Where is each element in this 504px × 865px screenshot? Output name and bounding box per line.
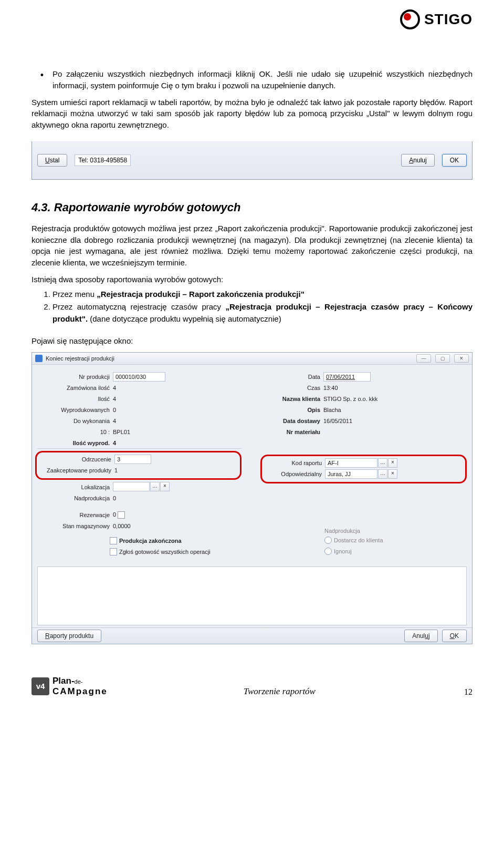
maximize-button[interactable]: ▢ bbox=[435, 354, 450, 363]
v4-badge: v4 bbox=[32, 677, 49, 695]
fld-data[interactable]: 07/06/2011 bbox=[323, 372, 371, 382]
lab-dowyk: Do wykonania bbox=[37, 418, 113, 424]
fld-odp[interactable]: Juras, JJ bbox=[325, 469, 377, 479]
lab-opis: Opis bbox=[262, 407, 323, 413]
lokal-clear-button[interactable]: × bbox=[160, 482, 170, 491]
lab-nrmat: Nr materiału bbox=[262, 429, 323, 435]
section-heading: 4.3. Raportowanie wyrobów gotowych bbox=[32, 201, 472, 214]
odp-clear-button[interactable]: × bbox=[388, 469, 397, 479]
lab-rezerw: Rezerwacje bbox=[37, 512, 113, 518]
lab-wyprod: Wyprodukowanych bbox=[37, 407, 113, 413]
stigo-mark-icon bbox=[400, 9, 420, 29]
footer-title: Tworzenie raportów bbox=[108, 686, 452, 697]
plan-de-campagne-logo: v4 Plan-de- CAMpagne bbox=[32, 676, 108, 697]
lab-zamilosc: Zamówiona ilość bbox=[37, 385, 113, 391]
lab-kod: Kod raportu bbox=[264, 460, 325, 466]
lab-nadprod: Nadprodukcja bbox=[37, 495, 113, 501]
val-nazwa: STIGO Sp. z o.o. kkk bbox=[323, 396, 467, 402]
chk-zglos-gotowosc[interactable] bbox=[110, 548, 117, 555]
kod-lookup-button[interactable]: … bbox=[378, 458, 387, 468]
tel-label: Tel: 0318-495858 bbox=[75, 155, 131, 166]
lab-rdo2: Ignoruj bbox=[334, 548, 352, 554]
ustal-button[interactable]: Ustal bbox=[37, 154, 67, 167]
list-item-1: Przez menu „Rejestracja produkcji – Rapo… bbox=[52, 289, 472, 301]
lab-rdo1: Dostarcz do klienta bbox=[334, 537, 383, 543]
raporty-produktu-button[interactable]: Raporty produktu bbox=[37, 630, 101, 642]
val-zaakc: 1 bbox=[114, 467, 238, 473]
brand-logo: STIGO bbox=[400, 9, 472, 29]
bullet-dot-icon: • bbox=[32, 68, 52, 91]
lokal-lookup-button[interactable]: … bbox=[150, 482, 160, 491]
fld-kod[interactable]: AF-I bbox=[325, 458, 377, 468]
val-zamilosc: 4 bbox=[113, 385, 242, 391]
list-intro: Istnieją dwa sposoby raportowania wyrobó… bbox=[32, 274, 472, 285]
bullet-text: Po załączeniu wszystkich niezbędnych inf… bbox=[52, 69, 472, 90]
np-header: Nadprodukcja bbox=[324, 528, 463, 534]
lab-odrzucenie: Odrzucenie bbox=[39, 456, 114, 462]
dialog-footer: Raporty produktu Anuluj OK bbox=[32, 627, 472, 644]
fld-odrzucenie[interactable]: 3 bbox=[114, 455, 151, 464]
val-wyprod: 0 bbox=[113, 407, 242, 413]
rdo-dostarcz[interactable] bbox=[324, 537, 332, 544]
val-iloscwyprod: 4 bbox=[113, 440, 242, 446]
minimize-button[interactable]: — bbox=[416, 354, 431, 363]
val-dostawa: 16/05/2011 bbox=[323, 418, 467, 424]
lab-nazwa: Nazwa klienta bbox=[262, 396, 323, 402]
brand-name: STIGO bbox=[424, 11, 472, 28]
group-nadprodukcja: Nadprodukcja Dostarcz do klienta Ignoruj bbox=[320, 526, 467, 559]
rdo-ignoruj[interactable] bbox=[324, 548, 332, 555]
list-item-2: Przez automatyczną rejestrację czasów pr… bbox=[52, 301, 472, 325]
lab-lokal: Lokalizacja bbox=[37, 484, 113, 490]
lab-data: Data bbox=[262, 374, 323, 380]
val-ilosc: 4 bbox=[113, 396, 242, 402]
page-footer: v4 Plan-de- CAMpagne Tworzenie raportów … bbox=[32, 676, 472, 702]
val-bpl-b: BPL01 bbox=[113, 429, 242, 435]
lab-iloscwyprod: Ilość wyprod. bbox=[37, 440, 113, 446]
toolbar-snippet: Ustal Tel: 0318-495858 Anuluj OK bbox=[32, 141, 472, 180]
app-icon bbox=[35, 355, 43, 362]
lab-stan: Stan magazynowy bbox=[37, 523, 113, 529]
dialog-title: Koniec rejestracji produkcji bbox=[46, 355, 114, 362]
lab-czas: Czas bbox=[262, 385, 323, 391]
val-dowyk: 4 bbox=[113, 418, 242, 424]
lab-ilosc: Ilość bbox=[37, 396, 113, 402]
val-opis: Blacha bbox=[323, 407, 467, 413]
val-stan: 0,0000 bbox=[113, 523, 242, 529]
dialog-koniec-rejestracji: Koniec rejestracji produkcji — ▢ ✕ Nr pr… bbox=[32, 352, 472, 644]
page-number: 12 bbox=[452, 687, 472, 697]
highlight-left: Odrzucenie3 Zaakceptowane produkty1 bbox=[35, 451, 242, 480]
fld-lokal[interactable] bbox=[113, 482, 150, 491]
bullet-paragraph: • Po załączeniu wszystkich niezbędnych i… bbox=[32, 68, 472, 91]
val-czas: 13:40 bbox=[323, 385, 467, 391]
lab-dostawa: Data dostawy bbox=[262, 418, 323, 424]
paragraph-3: Rejestracja produktów gotowych możliwa j… bbox=[32, 223, 472, 269]
highlight-right: Kod raportuAF-I…× OdpowiedzialnyJuras, J… bbox=[260, 455, 467, 483]
paragraph-okno: Pojawi się następujące okno: bbox=[32, 335, 472, 347]
paragraph-raport: System umieści raport reklamacji w tabel… bbox=[32, 97, 472, 131]
anuluj-button[interactable]: Anuluj bbox=[401, 154, 434, 167]
chk-prod-zakonczona[interactable] bbox=[110, 537, 117, 544]
dlg-anuluj-button[interactable]: Anuluj bbox=[404, 630, 437, 642]
lab-chk1: Produkcja zakończona bbox=[119, 538, 182, 544]
fld-nrprod[interactable]: 000010/030 bbox=[113, 372, 165, 382]
val-rezerw: 0 bbox=[113, 511, 116, 518]
lab-chk2: Zgłoś gotowość wszystkich operacji bbox=[119, 549, 211, 555]
ok-button[interactable]: OK bbox=[442, 154, 467, 167]
val-nadprod: 0 bbox=[113, 495, 242, 501]
dlg-ok-button[interactable]: OK bbox=[442, 630, 467, 642]
dialog-titlebar: Koniec rejestracji produkcji — ▢ ✕ bbox=[32, 353, 472, 365]
close-button[interactable]: ✕ bbox=[454, 354, 469, 363]
lab-nrprod: Nr produkcji bbox=[37, 374, 113, 380]
kod-clear-button[interactable]: × bbox=[388, 458, 397, 468]
lab-odp: Odpowiedzialny bbox=[264, 471, 325, 477]
methods-list: Przez menu „Rejestracja produkcji – Rapo… bbox=[32, 289, 472, 325]
lab-zaakc: Zaakceptowane produkty bbox=[39, 467, 114, 473]
notes-textarea[interactable] bbox=[37, 567, 467, 625]
lab-bpl-a: 10 : bbox=[37, 429, 113, 435]
rezerw-doc-icon[interactable] bbox=[118, 511, 125, 519]
odp-lookup-button[interactable]: … bbox=[378, 469, 387, 479]
